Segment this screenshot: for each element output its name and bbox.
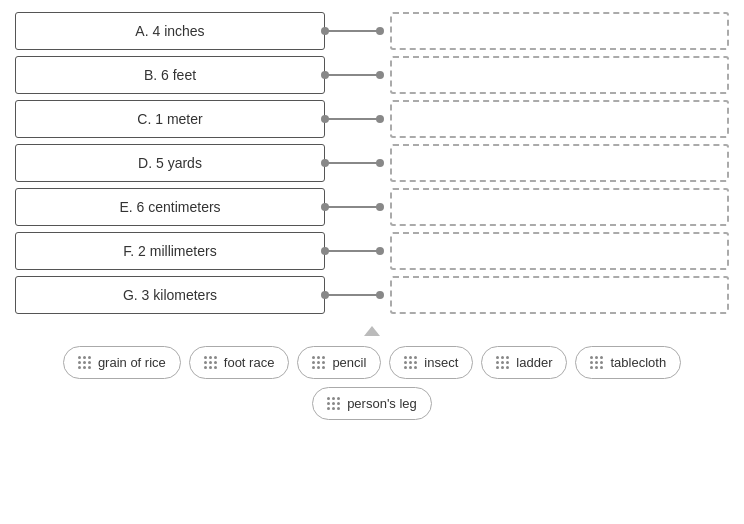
connector-line-a [325, 30, 380, 32]
drag-item-label-pencil: pencil [332, 355, 366, 370]
match-target-c[interactable] [390, 100, 729, 138]
drag-handle-icon [590, 356, 604, 370]
drag-items-area: grain of ricefoot racepencilinsectladder… [15, 338, 729, 428]
connector-line-g [325, 294, 380, 296]
drag-item-label-tablecloth: tablecloth [610, 355, 666, 370]
match-row-b: B. 6 feet [15, 54, 729, 96]
connector-g [325, 294, 390, 296]
connector-a [325, 30, 390, 32]
drag-item-label-ladder: ladder [516, 355, 552, 370]
drag-item-pencil[interactable]: pencil [297, 346, 381, 379]
match-label-g: G. 3 kilometers [15, 276, 325, 314]
match-row-d: D. 5 yards [15, 142, 729, 184]
match-target-f[interactable] [390, 232, 729, 270]
drag-handle-icon [327, 397, 341, 411]
match-target-g[interactable] [390, 276, 729, 314]
drag-item-persons-leg[interactable]: person's leg [312, 387, 432, 420]
connector-line-d [325, 162, 380, 164]
match-target-d[interactable] [390, 144, 729, 182]
connector-c [325, 118, 390, 120]
drag-item-label-foot-race: foot race [224, 355, 275, 370]
drag-handle-icon [404, 356, 418, 370]
drag-item-label-insect: insect [424, 355, 458, 370]
connector-line-f [325, 250, 380, 252]
match-row-e: E. 6 centimeters [15, 186, 729, 228]
drag-item-label-persons-leg: person's leg [347, 396, 417, 411]
drag-item-grain-of-rice[interactable]: grain of rice [63, 346, 181, 379]
connector-line-b [325, 74, 380, 76]
drag-handle-icon [496, 356, 510, 370]
match-target-b[interactable] [390, 56, 729, 94]
connector-line-e [325, 206, 380, 208]
match-label-f: F. 2 millimeters [15, 232, 325, 270]
drag-item-insect[interactable]: insect [389, 346, 473, 379]
match-label-d: D. 5 yards [15, 144, 325, 182]
connector-b [325, 74, 390, 76]
match-label-b: B. 6 feet [15, 56, 325, 94]
connector-line-c [325, 118, 380, 120]
drag-item-ladder[interactable]: ladder [481, 346, 567, 379]
match-target-e[interactable] [390, 188, 729, 226]
drag-handle-icon [312, 356, 326, 370]
drag-handle-icon [204, 356, 218, 370]
match-label-e: E. 6 centimeters [15, 188, 325, 226]
match-label-a: A. 4 inches [15, 12, 325, 50]
connector-f [325, 250, 390, 252]
match-row-a: A. 4 inches [15, 10, 729, 52]
match-row-c: C. 1 meter [15, 98, 729, 140]
matching-container: A. 4 inchesB. 6 feetC. 1 meterD. 5 yards… [15, 10, 729, 316]
drag-item-foot-race[interactable]: foot race [189, 346, 290, 379]
match-target-a[interactable] [390, 12, 729, 50]
connector-e [325, 206, 390, 208]
match-row-g: G. 3 kilometers [15, 274, 729, 316]
scroll-up-indicator [364, 326, 380, 336]
connector-d [325, 162, 390, 164]
match-row-f: F. 2 millimeters [15, 230, 729, 272]
drag-item-tablecloth[interactable]: tablecloth [575, 346, 681, 379]
match-label-c: C. 1 meter [15, 100, 325, 138]
drag-item-label-grain-of-rice: grain of rice [98, 355, 166, 370]
drag-handle-icon [78, 356, 92, 370]
